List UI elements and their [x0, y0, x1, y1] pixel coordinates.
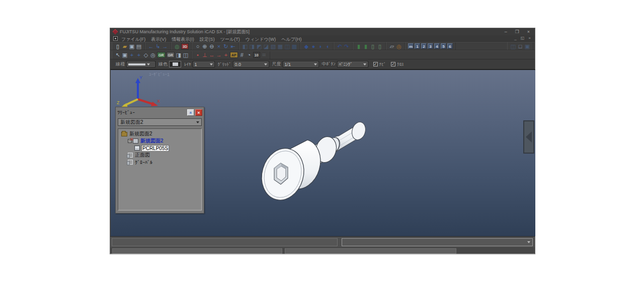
middle-button-combobox[interactable]: ﾊﾟﾆﾝｸﾞ — [337, 61, 368, 67]
menu-view[interactable]: 表示(V) — [151, 37, 166, 42]
tree-node-global-view[interactable]: ｸﾞﾛｰﾊﾞﾙ — [119, 159, 200, 166]
go-back-icon[interactable]: ← — [147, 43, 154, 50]
box-split-icon[interactable]: ◫ — [182, 51, 189, 58]
system-menu-icon[interactable] — [113, 36, 118, 41]
point-direction-icon[interactable]: → — [215, 51, 222, 58]
view-cube-front-icon[interactable]: ◧ — [242, 43, 249, 50]
linecolor-swatch[interactable] — [169, 61, 181, 67]
cylinder-solid-2-icon[interactable]: ▮ — [362, 43, 369, 50]
print-icon[interactable]: ▤ — [135, 43, 142, 50]
linetype-combobox[interactable] — [126, 61, 155, 67]
zoom-out-icon[interactable]: ⊖ — [208, 43, 215, 50]
undo-icon[interactable]: ↶ — [336, 43, 343, 50]
scale-combobox[interactable]: 1/1 — [283, 61, 319, 67]
snap-settings-icon[interactable]: ◎ — [149, 51, 156, 58]
zoom-cancel-icon[interactable]: × — [215, 43, 222, 50]
select-box-icon[interactable]: ▣ — [121, 51, 128, 58]
grid-off-icon[interactable]: GR — [167, 52, 175, 58]
mdi-restore-button[interactable]: ◱ — [521, 35, 525, 41]
shoulder-screw-model[interactable] — [254, 114, 370, 207]
sheet-settings-icon[interactable]: ▱ — [388, 43, 395, 50]
menu-info-display[interactable]: 情報表示(I) — [172, 37, 194, 42]
box-in-icon[interactable]: ◨ — [175, 51, 182, 58]
erase-view-icon[interactable]: ◫ — [284, 43, 291, 50]
redo-icon[interactable]: ↷ — [343, 43, 350, 50]
branch-history-icon[interactable]: ↳ — [154, 43, 162, 50]
point-divide-icon[interactable]: ↔ — [208, 51, 215, 58]
menu-tools[interactable]: ツール(T) — [220, 37, 240, 42]
model-space-button[interactable]: m — [408, 43, 414, 49]
cylinder-hollow-2-icon[interactable]: ▯ — [376, 43, 383, 50]
pick-filter-icon[interactable]: ↖ — [114, 51, 121, 58]
polygon-icon[interactable]: ◇ — [142, 51, 149, 58]
view-part-icon[interactable]: ▣ — [524, 43, 531, 50]
cross-checkbox[interactable]: ✓ — [391, 62, 395, 66]
tree-node-label[interactable]: 新規図面2 — [140, 137, 164, 145]
open-folder-icon[interactable]: ▰ — [121, 43, 128, 50]
solid-primitive-2-icon[interactable]: ● — [310, 43, 317, 50]
view-3-button[interactable]: 3 — [428, 43, 433, 49]
solid-primitive-4-icon[interactable]: ◖ — [324, 43, 331, 50]
menu-window[interactable]: ウィンドウ(W) — [246, 37, 276, 42]
nav-checkbox[interactable]: ✓ — [373, 62, 378, 66]
arc-divide-icon[interactable]: ◔ — [246, 51, 253, 58]
render-view-icon[interactable]: ▩ — [291, 43, 298, 50]
viewport-3d[interactable]: ﾕｰｻﾞﾋﾞｭｰ1 Y X Z — [111, 69, 535, 236]
grid-on-icon[interactable]: GR — [157, 52, 166, 58]
view-window-icon[interactable]: □ — [517, 43, 524, 50]
view-cube-back-icon[interactable]: ◨ — [249, 43, 256, 50]
close-button[interactable]: × — [527, 28, 530, 35]
pitch-10-icon[interactable]: 10 — [253, 52, 260, 58]
view-1-button[interactable]: 1 — [415, 43, 420, 49]
view-cube-iso-icon[interactable]: ▦ — [277, 43, 284, 50]
view-all-icon[interactable]: ◫ — [510, 43, 517, 50]
tree-collapse-button[interactable]: « — [187, 109, 194, 116]
maximize-button[interactable]: ❐ — [515, 28, 519, 35]
world-view-icon[interactable]: ◍ — [174, 43, 181, 50]
cylinder-solid-1-icon[interactable]: ▮ — [355, 43, 362, 50]
tree-node-label[interactable]: 正面図 — [134, 152, 150, 159]
view-4-button[interactable]: 4 — [434, 43, 440, 49]
tree-node-label[interactable]: PCRLP05S — [141, 145, 169, 152]
view-cube-right-icon[interactable]: ◪ — [263, 43, 270, 50]
cross-point-icon[interactable]: + — [222, 51, 229, 58]
matrix-points-icon[interactable]: ::: — [261, 51, 268, 58]
minimize-button[interactable]: – — [505, 28, 507, 35]
ap-coordinate-icon[interactable]: AP — [230, 52, 238, 58]
copy-translate-icon[interactable]: + — [135, 51, 142, 58]
solid-primitive-1-icon[interactable]: ◆ — [303, 43, 310, 50]
panel-expand-tab[interactable] — [523, 120, 534, 154]
point-on-element-icon[interactable]: ⊥ — [201, 51, 208, 58]
command-combobox[interactable] — [342, 238, 533, 246]
menu-file[interactable]: ファイル(F) — [121, 37, 145, 42]
zoom-in-icon[interactable]: ⊕ — [201, 43, 208, 50]
tree-node-assembly[interactable]: −新規図面2 — [119, 137, 200, 145]
tree-panel-header[interactable]: ﾂﾘｰﾋﾞｭｰ « × — [116, 107, 204, 118]
pan-view-icon[interactable]: ⇤ — [229, 43, 236, 50]
cylinder-hollow-1-icon[interactable]: ▯ — [369, 43, 376, 50]
drawing-selector-combobox[interactable]: 新規図面2 — [118, 118, 202, 126]
translate-icon[interactable]: + — [128, 51, 135, 58]
tree-node-front-view[interactable]: 正面図 — [119, 152, 200, 159]
grid-combobox[interactable]: 0.0 — [233, 61, 269, 67]
view-2-button[interactable]: 2 — [421, 43, 427, 49]
new-document-icon[interactable]: ▯ — [114, 43, 121, 50]
parts-ring-icon[interactable]: ◎ — [395, 43, 403, 50]
go-forward-icon[interactable]: → — [162, 43, 169, 50]
tree-node-label[interactable]: 新規図面2 — [129, 130, 153, 137]
view-5-button[interactable]: 5 — [441, 43, 446, 49]
pitch-grid-icon[interactable]: # — [238, 51, 246, 58]
view-6-button[interactable]: 6 — [447, 43, 453, 49]
save-icon[interactable]: ▣ — [128, 43, 135, 50]
zoom-icon[interactable]: ○ — [194, 43, 201, 50]
rotate-view-icon[interactable]: ↻ — [222, 43, 229, 50]
tree-node-drawing-root[interactable]: 新規図面2 — [119, 130, 200, 137]
menu-settings[interactable]: 設定(S) — [200, 37, 215, 42]
view-cube-left-icon[interactable]: ◩ — [256, 43, 263, 50]
mdi-close-button[interactable]: × — [528, 35, 531, 41]
tree-node-label[interactable]: ｸﾞﾛｰﾊﾞﾙ — [134, 160, 153, 165]
solid-primitive-3-icon[interactable]: ◗ — [317, 43, 324, 50]
view-cube-top-icon[interactable]: ▧ — [270, 43, 277, 50]
point-icon[interactable]: • — [194, 51, 201, 58]
tree-node-part[interactable]: PCRLP05S — [119, 145, 200, 152]
